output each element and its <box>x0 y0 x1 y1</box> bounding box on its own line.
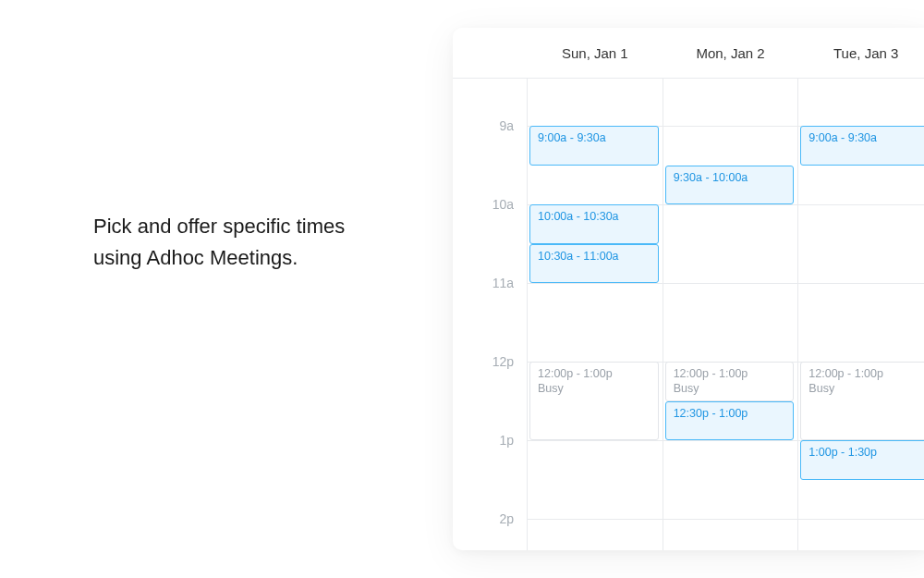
calendar-grid: 9a10a11a12p1p2p 9:00a - 9:30a10:00a - 10… <box>453 79 924 550</box>
time-gutter-label: 2p <box>499 511 514 526</box>
event-time: 10:00a - 10:30a <box>538 210 650 223</box>
busy-event: 12:00p - 1:00pBusy <box>529 362 659 440</box>
day-header[interactable]: Sun, Jan 1 <box>527 28 663 78</box>
available-slot[interactable]: 1:00p - 1:30p <box>800 440 924 480</box>
time-gutter-label: 10a <box>492 197 514 212</box>
available-slot[interactable]: 12:30p - 1:00p <box>665 401 795 441</box>
event-time: 12:00p - 1:00p <box>808 367 921 380</box>
time-gutter-label: 12p <box>492 354 514 369</box>
event-title: Busy <box>538 382 650 395</box>
event-time: 12:00p - 1:00p <box>538 367 650 380</box>
day-column[interactable]: 9:00a - 9:30a12:00p - 1:00pBusy1:00p - 1… <box>797 79 924 550</box>
event-time: 1:00p - 1:30p <box>808 446 921 459</box>
calendar-header: Sun, Jan 1Mon, Jan 2Tue, Jan 3 <box>453 28 924 79</box>
available-slot[interactable]: 9:00a - 9:30a <box>800 126 924 166</box>
calendar-header-days: Sun, Jan 1Mon, Jan 2Tue, Jan 3 <box>527 28 924 78</box>
day-column[interactable]: 9:30a - 10:00a12:00p - 1:00pBusy12:30p -… <box>663 79 798 550</box>
day-header[interactable]: Mon, Jan 2 <box>663 28 798 78</box>
event-time: 9:00a - 9:30a <box>538 131 650 144</box>
time-gutter-label: 11a <box>492 276 514 290</box>
available-slot[interactable]: 10:00a - 10:30a <box>529 204 659 244</box>
event-time: 12:30p - 1:00p <box>674 407 786 420</box>
calendar-header-gutter <box>453 28 527 78</box>
available-slot[interactable]: 10:30a - 11:00a <box>529 244 659 284</box>
event-time: 12:00p - 1:00p <box>674 367 786 380</box>
calendar-card: Sun, Jan 1Mon, Jan 2Tue, Jan 3 9a10a11a1… <box>453 28 924 550</box>
event-time: 10:30a - 11:00a <box>538 250 650 263</box>
busy-event: 12:00p - 1:00pBusy <box>665 362 795 401</box>
day-column[interactable]: 9:00a - 9:30a10:00a - 10:30a10:30a - 11:… <box>527 79 663 550</box>
busy-event: 12:00p - 1:00pBusy <box>800 362 924 440</box>
time-gutter-label: 9a <box>499 118 514 133</box>
time-gutter-label: 1p <box>499 433 514 448</box>
available-slot[interactable]: 9:30a - 10:00a <box>665 166 795 205</box>
event-title: Busy <box>808 382 921 395</box>
event-time: 9:30a - 10:00a <box>674 171 786 184</box>
feature-tagline: Pick and offer specific times using Adho… <box>93 211 389 274</box>
day-header[interactable]: Tue, Jan 3 <box>797 28 924 78</box>
available-slot[interactable]: 9:00a - 9:30a <box>529 126 659 166</box>
event-time: 9:00a - 9:30a <box>808 131 921 144</box>
event-title: Busy <box>674 382 786 395</box>
calendar-body: 9a10a11a12p1p2p 9:00a - 9:30a10:00a - 10… <box>453 79 924 550</box>
calendar-time-gutter: 9a10a11a12p1p2p <box>453 79 527 550</box>
calendar-day-columns: 9:00a - 9:30a10:00a - 10:30a10:30a - 11:… <box>527 79 924 550</box>
